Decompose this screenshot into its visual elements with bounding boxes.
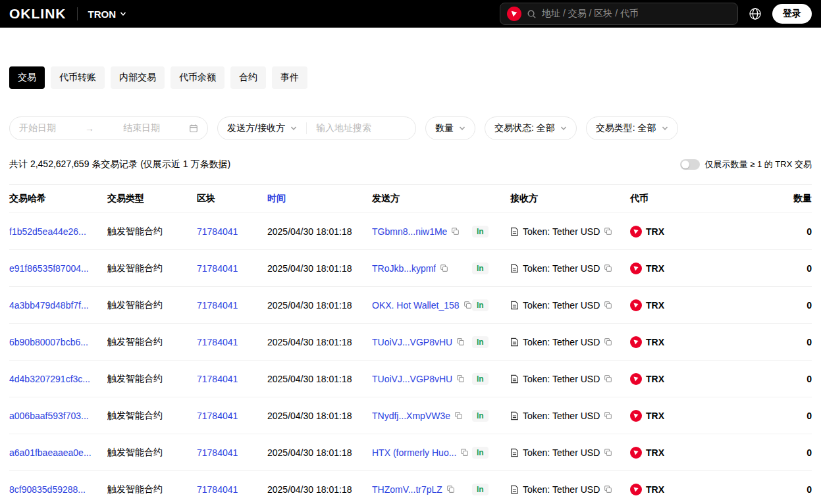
copy-icon[interactable] <box>604 338 612 346</box>
receiver-label[interactable]: Token: Tether USD <box>523 337 600 347</box>
copy-icon[interactable] <box>456 374 465 383</box>
receiver-label[interactable]: Token: Tether USD <box>523 263 600 274</box>
receiver-label[interactable]: Token: Tether USD <box>523 411 600 421</box>
amount-dropdown-label: 数量 <box>435 122 454 134</box>
tx-type-value: 触发智能合约 <box>107 410 197 422</box>
amount-value: 0 <box>742 411 812 421</box>
summary-bar: 共计 2,452,627,659 条交易记录 (仅展示近 1 万条数据) 仅展示… <box>9 159 812 170</box>
direction-badge: In <box>472 299 489 311</box>
contract-icon <box>510 485 519 494</box>
block-link[interactable]: 71784041 <box>197 447 238 458</box>
contract-icon <box>510 227 519 236</box>
tab-events[interactable]: 事件 <box>272 66 307 89</box>
token-symbol: TRX <box>646 411 664 421</box>
tab-transactions[interactable]: 交易 <box>9 66 45 89</box>
tx-hash-link[interactable]: e91f86535f87004... <box>9 263 89 274</box>
copy-icon[interactable] <box>460 448 469 457</box>
copy-icon[interactable] <box>604 411 612 420</box>
receiver-label[interactable]: Token: Tether USD <box>523 374 600 384</box>
sender-link[interactable]: TNydfj...XmpVW3e <box>372 411 450 421</box>
tx-hash-link[interactable]: 6b90b80007bcb6... <box>9 337 88 347</box>
amount-value: 0 <box>742 374 812 384</box>
chevron-down-icon <box>459 125 465 132</box>
sender-link[interactable]: OKX. Hot Wallet_158 <box>372 300 460 311</box>
tx-hash-link[interactable]: 8cf90835d59288... <box>9 484 86 495</box>
tx-time-value: 2025/04/30 18:01:18 <box>267 337 372 347</box>
copy-icon[interactable] <box>604 264 612 272</box>
block-link[interactable]: 71784041 <box>197 263 238 274</box>
table-row: a6a01fbaeaaea0e... 触发智能合约 71784041 2025/… <box>9 434 812 471</box>
date-range-input[interactable]: 开始日期 → 结束日期 <box>9 116 208 140</box>
tx-type-value: 触发智能合约 <box>107 299 197 311</box>
block-link[interactable]: 71784041 <box>197 374 238 384</box>
copy-icon[interactable] <box>604 485 612 493</box>
amount-dropdown[interactable]: 数量 <box>425 116 475 140</box>
tab-token-transfers[interactable]: 代币转账 <box>51 66 105 89</box>
copy-icon[interactable] <box>440 264 448 272</box>
oklink-logo[interactable]: OKLINK <box>9 6 66 22</box>
sender-link[interactable]: TUoiVJ...VGP8vHU <box>372 337 452 347</box>
copy-icon[interactable] <box>604 301 612 309</box>
tx-type-value: 触发智能合约 <box>107 484 197 495</box>
top-nav: OKLINK TRON 地址 / 交易 / 区块 / 代币 登录 <box>0 0 821 28</box>
address-search-input[interactable]: 输入地址搜索 <box>316 122 371 134</box>
copy-icon[interactable] <box>456 338 465 346</box>
trx-token-icon <box>630 263 642 274</box>
chain-selector[interactable]: TRON <box>88 9 127 20</box>
copy-icon[interactable] <box>454 411 463 420</box>
receiver-label[interactable]: Token: Tether USD <box>523 300 600 311</box>
sender-link[interactable]: TRoJkb...kypmf <box>372 263 436 274</box>
direction-dropdown[interactable]: 发送方/接收方 <box>227 122 285 134</box>
toggle-knob <box>681 161 689 168</box>
block-link[interactable]: 71784041 <box>197 337 238 347</box>
table-row: f1b52d5ea44e26... 触发智能合约 71784041 2025/0… <box>9 213 812 250</box>
type-dropdown[interactable]: 交易类型: 全部 <box>586 116 678 140</box>
sender-link[interactable]: THZomV...tr7pLZ <box>372 484 442 495</box>
arrow-right-icon: → <box>85 123 94 134</box>
contract-icon <box>510 374 519 384</box>
copy-icon[interactable] <box>451 227 460 236</box>
end-date-placeholder: 结束日期 <box>123 122 160 134</box>
status-dropdown-label: 交易状态: 全部 <box>494 122 555 134</box>
login-button[interactable]: 登录 <box>772 4 812 24</box>
copy-icon[interactable] <box>446 485 455 493</box>
status-dropdown[interactable]: 交易状态: 全部 <box>485 116 577 140</box>
contract-icon <box>510 301 519 310</box>
receiver-label[interactable]: Token: Tether USD <box>523 226 600 237</box>
block-link[interactable]: 71784041 <box>197 226 238 237</box>
sender-link[interactable]: TGbmn8...niw1Me <box>372 226 447 237</box>
table-row: 8cf90835d59288... 触发智能合约 71784041 2025/0… <box>9 471 812 504</box>
tx-hash-link[interactable]: 4a3bb479d48bf7f... <box>9 300 89 311</box>
receiver-label[interactable]: Token: Tether USD <box>523 447 600 458</box>
pill-divider <box>306 122 307 134</box>
header-search-input[interactable]: 地址 / 交易 / 区块 / 代币 <box>500 3 738 25</box>
tx-hash-link[interactable]: f1b52d5ea44e26... <box>9 226 86 237</box>
block-link[interactable]: 71784041 <box>197 484 238 495</box>
table-row: e91f86535f87004... 触发智能合约 71784041 2025/… <box>9 250 812 287</box>
receiver-label[interactable]: Token: Tether USD <box>523 484 600 495</box>
block-link[interactable]: 71784041 <box>197 411 238 421</box>
tx-time-value: 2025/04/30 18:01:18 <box>267 300 372 311</box>
tx-hash-link[interactable]: a006baaf593f703... <box>9 411 89 421</box>
copy-icon[interactable] <box>604 448 612 457</box>
tx-hash-link[interactable]: 4d4b3207291cf3c... <box>9 374 90 384</box>
sender-link[interactable]: TUoiVJ...VGP8vHU <box>372 374 452 384</box>
contract-icon <box>510 264 519 273</box>
copy-icon[interactable] <box>604 374 612 383</box>
copy-icon[interactable] <box>463 301 472 309</box>
table-body: f1b52d5ea44e26... 触发智能合约 71784041 2025/0… <box>9 213 812 504</box>
tx-time-value: 2025/04/30 18:01:18 <box>267 374 372 384</box>
address-search-control[interactable]: 发送方/接收方 输入地址搜索 <box>217 116 416 140</box>
tab-contracts[interactable]: 合约 <box>230 66 266 89</box>
col-tx-type: 交易类型 <box>107 193 197 205</box>
tab-token-balances[interactable]: 代币余额 <box>171 66 225 89</box>
col-time-sort[interactable]: 时间 <box>267 193 372 205</box>
trx-filter-toggle[interactable] <box>680 159 700 170</box>
tx-type-value: 触发智能合约 <box>107 373 197 385</box>
copy-icon[interactable] <box>604 227 612 236</box>
sender-link[interactable]: HTX (formerly Huo... <box>372 447 456 458</box>
block-link[interactable]: 71784041 <box>197 300 238 311</box>
globe-icon[interactable] <box>749 7 762 20</box>
tx-hash-link[interactable]: a6a01fbaeaaea0e... <box>9 447 92 458</box>
tab-internal-transactions[interactable]: 内部交易 <box>111 66 165 89</box>
